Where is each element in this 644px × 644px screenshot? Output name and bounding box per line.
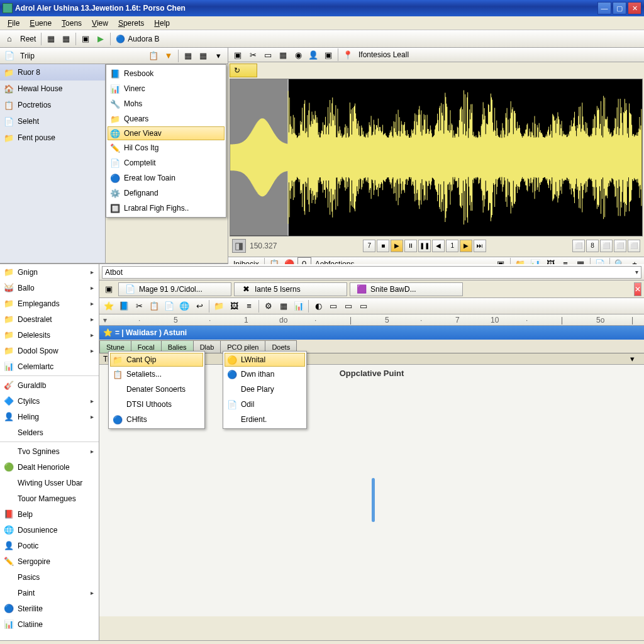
minimize-button[interactable]: — (597, 2, 611, 14)
category-item[interactable]: Touor Mamegues (0, 491, 99, 506)
transport-aux-button[interactable]: ⬜ (614, 240, 626, 252)
toolbar-button[interactable]: 🌐 (177, 299, 191, 313)
category-item[interactable]: Wivting Usser Ubar (0, 475, 99, 491)
nav-item[interactable]: 📋Poctretios (0, 97, 105, 113)
menu-item[interactable]: Dee Plary (225, 382, 305, 397)
file-tab[interactable]: 📄Mage 91 9./Cidol... (118, 282, 231, 296)
transport-aux-button[interactable]: 8 (586, 240, 599, 252)
toolbar-button[interactable]: ▭ (357, 299, 370, 313)
category-item[interactable]: Selders (0, 425, 99, 440)
menu-item[interactable]: 🔵CHfits (110, 412, 203, 427)
toolbar-button[interactable]: ◐ (311, 299, 325, 313)
transport-button[interactable]: ■ (377, 240, 389, 252)
transport-button[interactable]: ⏭ (474, 240, 486, 252)
transport-button[interactable]: ◀ (432, 240, 445, 252)
intensios-button[interactable]: Ifontesios Leall (356, 50, 411, 59)
menu-item[interactable]: 🔲Lrabral Figh Fighs.. (108, 201, 225, 216)
menu-item[interactable]: 🌐Oner Vieav (108, 126, 225, 140)
transport-button[interactable]: ▶ (460, 240, 472, 252)
play-icon[interactable]: ▶ (94, 32, 108, 46)
transport-button[interactable]: ❚❚ (418, 240, 431, 252)
toolbar-button[interactable]: ≡ (242, 299, 256, 313)
menu-item[interactable]: ⚙️Defignand (108, 186, 225, 201)
address-input[interactable]: Atbot▾ (102, 266, 641, 279)
nav-tb-2[interactable]: ▦ (181, 49, 195, 63)
menu-sperets[interactable]: Sperets (113, 18, 149, 29)
nav-item[interactable]: 📁Ruor 8 (0, 64, 105, 80)
menu-item[interactable]: 🟡LWnital (225, 353, 305, 367)
category-item[interactable]: 👤Pootic (0, 538, 99, 553)
close-button[interactable]: ✕ (628, 2, 641, 14)
home-icon[interactable]: ⌂ (3, 32, 16, 46)
category-item[interactable]: 🎸Guraldlb (0, 377, 99, 393)
tb-icon-3[interactable]: ▣ (79, 32, 92, 46)
toolbar-button[interactable]: 📁 (212, 299, 226, 313)
wf-tb-6[interactable]: 👤 (306, 48, 320, 62)
toolbar-button[interactable]: ↩ (192, 299, 206, 313)
nav-tb-1[interactable]: 📋 (147, 49, 160, 63)
transport-aux-button[interactable]: ⬜ (628, 240, 640, 252)
nav-triip[interactable]: Triip (18, 52, 37, 60)
nav-item[interactable]: 🏠Hewal House (0, 80, 105, 97)
menu-toens[interactable]: Toens (57, 18, 87, 29)
wf-tb-2[interactable]: ✂ (246, 48, 260, 62)
menu-item[interactable]: 📄Comptelit (108, 155, 225, 170)
menu-item[interactable]: ✏️Hil Cos Itg (108, 140, 225, 155)
category-item[interactable]: 🌐Dosunience (0, 522, 99, 538)
category-item[interactable]: Paint▸ (0, 585, 99, 601)
toolbar-button[interactable]: 📄 (162, 299, 176, 313)
menu-item[interactable]: 📘Resbook (108, 66, 225, 81)
category-item[interactable]: 📁Gnign▸ (0, 264, 99, 280)
nav-item[interactable]: 📄Seleht (0, 113, 105, 130)
ruler[interactable]: ▾·5·1do·|5·710·|5o| (99, 314, 644, 326)
menu-item[interactable]: 📊Vinerc (108, 81, 225, 96)
menu-item[interactable]: 📋Setaliets... (110, 367, 203, 382)
category-item[interactable]: 📕Belp (0, 506, 99, 522)
wf-tb-7[interactable]: ▣ (321, 48, 335, 62)
scrollbar-thumb[interactable] (372, 478, 375, 522)
category-item[interactable]: 📊Clatiine (0, 616, 99, 632)
category-item[interactable]: 📁Dodol Spow▸ (0, 343, 99, 358)
toolbar-button[interactable]: 📋 (147, 299, 161, 313)
tb-icon-2[interactable]: ▦ (59, 32, 73, 46)
wf-tb-1[interactable]: ▣ (231, 48, 245, 62)
toolbar-button[interactable]: ▭ (341, 299, 355, 313)
transport-button[interactable]: 1 (446, 240, 458, 252)
category-item[interactable]: 📊Celemlartc (0, 358, 99, 374)
wf-tb-3[interactable]: ▭ (261, 48, 275, 62)
menu-item[interactable]: 📁Cant Qip (110, 353, 203, 367)
menu-view[interactable]: View (87, 18, 113, 29)
category-item[interactable]: 🔷Ctyilcs▸ (0, 393, 99, 409)
category-item[interactable]: Pasics (0, 569, 99, 585)
nav-down-icon[interactable]: ▼ (162, 49, 175, 63)
menu-help[interactable]: Help (149, 18, 175, 29)
menu-item[interactable]: 🔵Ereat low Toain (108, 170, 225, 186)
transport-aux-button[interactable]: ⬜ (572, 240, 585, 252)
wf-marker-icon[interactable]: 📍 (341, 48, 355, 62)
toolbar-button[interactable]: 📊 (292, 299, 306, 313)
category-item[interactable]: 🟢Dealt Henoriole (0, 459, 99, 475)
tabs-icon[interactable]: ▣ (102, 282, 116, 296)
wf-tb-5[interactable]: ◉ (291, 48, 305, 62)
toolbar-button[interactable]: ✂ (132, 299, 146, 313)
doc-titlebar[interactable]: ⭐ = | Walidasr ) Astuni (99, 326, 644, 340)
category-item[interactable]: 🥁Ballo▸ (0, 280, 99, 296)
nav-tb-4[interactable]: ▾ (211, 49, 225, 63)
file-tab[interactable]: ✖Iante 5 Iserns (234, 282, 347, 296)
toolbar-button[interactable]: ▭ (326, 299, 340, 313)
wf-tb-4[interactable]: ▦ (276, 48, 290, 62)
nav-item[interactable]: 📁Fent pouse (0, 130, 105, 146)
menu-euene[interactable]: Euene (25, 18, 57, 29)
waveform-channel-tab[interactable]: ↻ (230, 64, 257, 77)
toolbar-button[interactable]: 📘 (117, 299, 131, 313)
waveform-display[interactable] (230, 79, 643, 236)
category-item[interactable]: 📁Doestralet▸ (0, 311, 99, 327)
category-item[interactable]: 📁Emplegands▸ (0, 296, 99, 311)
file-tab[interactable]: 🟪Snite BawD... (350, 282, 463, 296)
menu-item[interactable]: Erdient. (225, 412, 305, 427)
category-item[interactable]: Tvo Sgnines▸ (0, 443, 99, 459)
category-item[interactable]: ✏️Sergopire (0, 553, 99, 569)
maximize-button[interactable]: ▢ (613, 2, 626, 14)
menu-item[interactable]: 🔵Dwn ithan (225, 367, 305, 382)
category-item[interactable]: 🔵Sterilite (0, 601, 99, 616)
